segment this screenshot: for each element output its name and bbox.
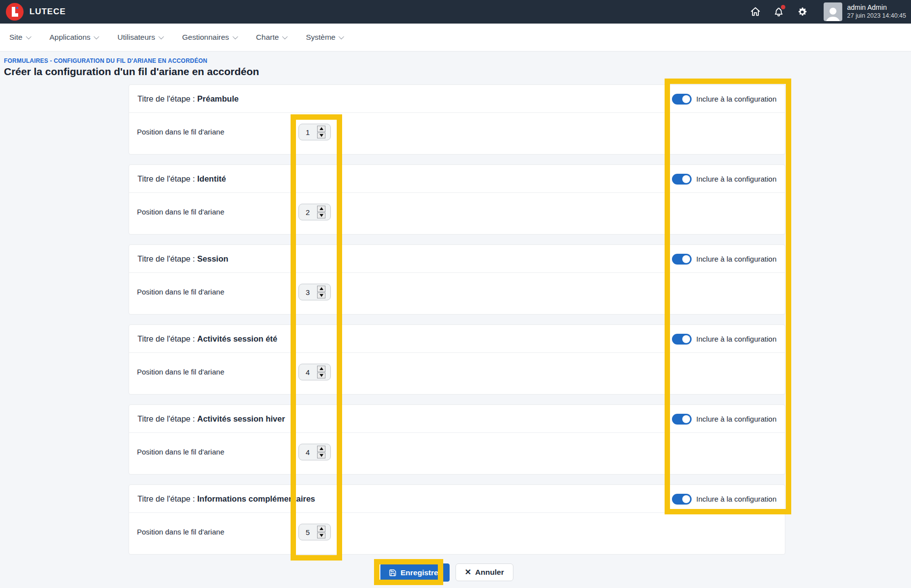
user-name: admin Admin <box>847 3 906 12</box>
home-icon[interactable] <box>750 6 761 17</box>
step-title-prefix: Titre de l'étape : <box>137 334 197 343</box>
position-label: Position dans le fil d'ariane <box>137 288 224 296</box>
step-card-body: Position dans le fil d'ariane <box>129 193 785 235</box>
step-title-prefix: Titre de l'étape : <box>137 174 197 183</box>
position-input[interactable] <box>299 525 317 539</box>
step-title: Titre de l'étape : Session <box>137 254 228 264</box>
step-card: Titre de l'étape : Activités session été… <box>129 324 785 395</box>
position-input[interactable] <box>299 365 317 379</box>
toggle-knob <box>682 175 690 183</box>
position-spinner <box>298 124 331 140</box>
include-toggle-group: Inclure à la configuration <box>672 245 777 273</box>
settings-gear-icon[interactable] <box>797 6 808 17</box>
include-toggle-label: Inclure à la configuration <box>697 495 777 503</box>
save-button-label: Enregistrer <box>401 568 441 577</box>
menu-item-label: Gestionnaires <box>182 33 229 42</box>
spinner-buttons <box>317 126 325 138</box>
top-navbar: LUTECE admin Admin 27 juin 2023 14:40:45 <box>0 0 911 24</box>
spinner-buttons <box>317 446 325 458</box>
menu-item[interactable]: Applications <box>50 33 98 42</box>
step-card-body: Position dans le fil d'ariane <box>129 433 785 475</box>
login-datetime: 27 juin 2023 14:40:45 <box>847 12 906 20</box>
cancel-button[interactable]: ✕ Annuler <box>456 563 513 581</box>
lutece-logo-icon[interactable] <box>6 3 24 21</box>
position-label: Position dans le fil d'ariane <box>137 128 224 136</box>
include-toggle-label: Inclure à la configuration <box>697 175 777 183</box>
save-button[interactable]: Enregistrer <box>380 563 450 582</box>
position-input[interactable] <box>299 285 317 299</box>
step-title-prefix: Titre de l'étape : <box>137 94 197 103</box>
spinner-down-button[interactable] <box>317 213 325 219</box>
menu-item-label: Site <box>9 33 23 42</box>
spinner-buttons <box>317 286 325 298</box>
position-input[interactable] <box>299 445 317 459</box>
menu-item[interactable]: Gestionnaires <box>182 33 237 42</box>
toggle-knob <box>682 335 690 343</box>
spinner-buttons <box>317 526 325 538</box>
spinner-down-button[interactable] <box>317 133 325 139</box>
position-spinner <box>298 364 331 380</box>
step-title: Titre de l'étape : Préambule <box>137 94 239 104</box>
notifications-bell-icon[interactable] <box>774 6 784 17</box>
position-label: Position dans le fil d'ariane <box>137 208 224 216</box>
notification-badge <box>781 5 785 9</box>
include-toggle[interactable] <box>672 414 692 425</box>
user-menu[interactable]: admin Admin 27 juin 2023 14:40:45 <box>824 2 906 21</box>
chevron-down-icon <box>26 34 31 39</box>
include-toggle[interactable] <box>672 334 692 345</box>
steps-form: Titre de l'étape : Préambule Inclure à l… <box>129 84 785 555</box>
menu-item[interactable]: Système <box>306 33 343 42</box>
menu-item[interactable]: Charte <box>256 33 287 42</box>
toggle-knob <box>682 495 690 503</box>
step-title-prefix: Titre de l'étape : <box>137 254 197 263</box>
spinner-up-button[interactable] <box>317 286 325 292</box>
include-toggle-group: Inclure à la configuration <box>672 165 777 193</box>
form-actions: Enregistrer ✕ Annuler <box>380 563 513 582</box>
include-toggle[interactable] <box>672 254 692 265</box>
admin-menubar: Site Applications Utilisateurs Gestionna… <box>0 24 911 52</box>
menu-item[interactable]: Utilisateurs <box>117 33 162 42</box>
step-title: Titre de l'étape : Informations compléme… <box>137 494 315 504</box>
position-label: Position dans le fil d'ariane <box>137 448 224 456</box>
spinner-up-button[interactable] <box>317 526 325 532</box>
spinner-up-button[interactable] <box>317 126 325 132</box>
spinner-down-button[interactable] <box>317 293 325 299</box>
step-card-header: Titre de l'étape : Activités session été… <box>129 325 785 353</box>
spinner-up-button[interactable] <box>317 206 325 212</box>
spinner-buttons <box>317 366 325 378</box>
step-card: Titre de l'étape : Session Inclure à la … <box>129 244 785 315</box>
include-toggle[interactable] <box>672 174 692 185</box>
menu-item-label: Utilisateurs <box>117 33 155 42</box>
spinner-down-button[interactable] <box>317 373 325 379</box>
step-card: Titre de l'étape : Préambule Inclure à l… <box>129 84 785 155</box>
logo-shape <box>12 13 18 17</box>
avatar <box>824 2 842 21</box>
step-card-header: Titre de l'étape : Préambule Inclure à l… <box>129 85 785 113</box>
arrow-down-icon <box>320 454 323 457</box>
cancel-button-label: Annuler <box>475 568 504 577</box>
position-spinner <box>298 444 331 460</box>
include-toggle-group: Inclure à la configuration <box>672 85 777 113</box>
breadcrumb[interactable]: FORMULAIRES - CONFIGURATION DU FIL D'ARI… <box>4 57 208 64</box>
spinner-up-button[interactable] <box>317 366 325 372</box>
step-card-body: Position dans le fil d'ariane <box>129 273 785 315</box>
step-name: Activités session hiver <box>197 414 285 423</box>
arrow-up-icon <box>320 527 323 530</box>
spinner-down-button[interactable] <box>317 533 325 539</box>
position-spinner <box>298 284 331 300</box>
position-input[interactable] <box>299 125 317 139</box>
step-card: Titre de l'étape : Informations compléme… <box>129 484 785 555</box>
include-toggle[interactable] <box>672 494 692 505</box>
step-name: Préambule <box>197 94 239 103</box>
include-toggle-label: Inclure à la configuration <box>697 255 777 263</box>
arrow-up-icon <box>320 127 323 130</box>
spinner-down-button[interactable] <box>317 453 325 459</box>
position-input[interactable] <box>299 205 317 219</box>
spinner-up-button[interactable] <box>317 446 325 452</box>
include-toggle[interactable] <box>672 94 692 105</box>
arrow-up-icon <box>320 367 323 370</box>
arrow-down-icon <box>320 294 323 297</box>
arrow-down-icon <box>320 534 323 537</box>
menu-item[interactable]: Site <box>9 33 30 42</box>
step-title-prefix: Titre de l'étape : <box>137 494 197 503</box>
